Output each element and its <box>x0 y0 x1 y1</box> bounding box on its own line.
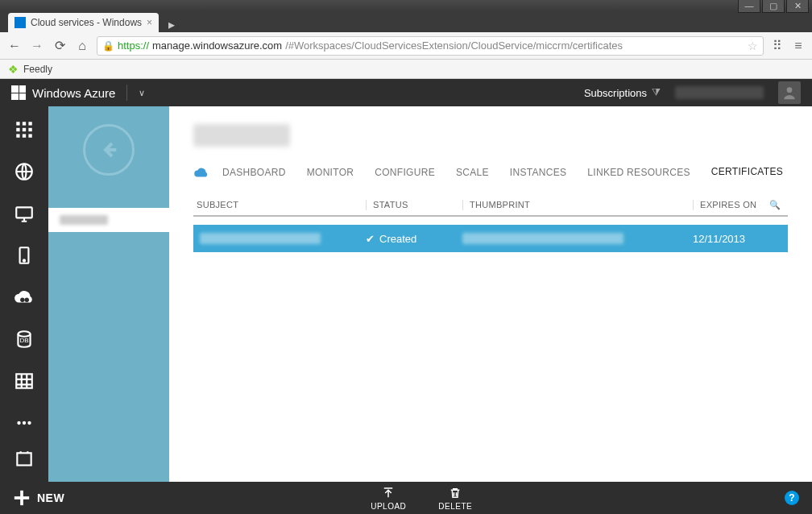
svg-rect-23 <box>14 496 29 499</box>
extensions-icon[interactable]: ⠿ <box>770 39 785 53</box>
back-circle-button[interactable] <box>83 124 135 176</box>
cell-subject <box>200 233 321 244</box>
service-list-item[interactable] <box>48 208 169 232</box>
url-host: manage.windowsazure.com <box>152 39 282 52</box>
tab-close-icon[interactable]: × <box>147 17 152 28</box>
svg-rect-1 <box>16 122 19 125</box>
nav-sql-databases-icon[interactable]: DB <box>12 327 36 351</box>
service-list-panel <box>48 106 169 482</box>
address-bar[interactable]: 🔒 https://manage.windowsazure.com/#Works… <box>97 36 764 56</box>
nav-hdinsight-icon[interactable] <box>12 411 36 435</box>
svg-point-20 <box>27 421 31 425</box>
command-bar: NEW UPLOAD DELETE ? <box>0 482 812 514</box>
url-path: /#Workspaces/CloudServicesExtension/Clou… <box>285 39 623 52</box>
svg-rect-5 <box>23 128 26 131</box>
tab-certificates[interactable]: CERTIFICATES <box>711 161 783 184</box>
nav-mobile-services-icon[interactable] <box>12 243 36 267</box>
header-dropdown-icon[interactable]: ∨ <box>139 88 145 98</box>
tab-title: Cloud services - Windows <box>31 17 142 28</box>
svg-rect-7 <box>16 134 19 137</box>
azure-logo[interactable]: Windows Azure <box>11 85 115 100</box>
service-title <box>193 121 788 150</box>
cloud-icon <box>193 165 209 180</box>
svg-point-19 <box>23 421 26 425</box>
new-button[interactable]: NEW <box>13 489 64 507</box>
svg-point-13 <box>23 259 25 261</box>
header-divider <box>126 85 127 101</box>
header-search-icon[interactable]: 🔍 <box>765 200 785 210</box>
help-button[interactable]: ? <box>785 491 799 505</box>
new-label: NEW <box>37 491 64 504</box>
table-row[interactable]: ✔ Created 12/11/2013 <box>193 225 788 252</box>
window-maximize-button[interactable]: ▢ <box>762 0 785 13</box>
lock-icon: 🔒 <box>102 40 114 52</box>
bookmarks-bar: ❖ Feedly <box>0 60 812 79</box>
header-expires[interactable]: EXPIRES ON <box>693 200 765 210</box>
cell-status: Created <box>379 233 416 245</box>
subscriptions-label: Subscriptions <box>584 87 647 99</box>
delete-label: DELETE <box>438 502 472 511</box>
main-content: DASHBOARD MONITOR CONFIGURE SCALE INSTAN… <box>169 106 812 482</box>
user-email[interactable] <box>675 86 764 99</box>
tab-dashboard[interactable]: DASHBOARD <box>222 162 286 183</box>
header-status[interactable]: STATUS <box>366 200 462 210</box>
delete-button[interactable]: DELETE <box>438 486 472 511</box>
left-nav-rail: DB <box>0 106 48 482</box>
bookmark-star-icon[interactable]: ☆ <box>748 39 758 52</box>
svg-point-18 <box>17 421 20 425</box>
feedly-icon: ❖ <box>8 63 19 76</box>
service-name <box>60 215 108 225</box>
new-tab-button[interactable]: ▸ <box>162 16 181 32</box>
nav-cloud-services-icon[interactable] <box>12 285 36 309</box>
svg-rect-3 <box>28 122 31 125</box>
nav-all-items-icon[interactable] <box>12 118 36 142</box>
certificates-table: SUBJECT STATUS THUMBPRINT EXPIRES ON 🔍 ✔… <box>193 195 788 252</box>
header-thumbprint[interactable]: THUMBPRINT <box>462 200 693 210</box>
upload-label: UPLOAD <box>371 502 406 511</box>
tab-scale[interactable]: SCALE <box>456 162 489 183</box>
tab-instances[interactable]: INSTANCES <box>510 162 567 183</box>
nav-virtual-machines-icon[interactable] <box>12 201 36 226</box>
window-close-button[interactable]: ✕ <box>786 0 809 13</box>
avatar[interactable] <box>778 81 801 104</box>
svg-point-15 <box>25 298 29 302</box>
service-tabs: DASHBOARD MONITOR CONFIGURE SCALE INSTAN… <box>193 161 788 184</box>
forward-button[interactable]: → <box>29 38 45 54</box>
cell-expires: 12/11/2013 <box>693 233 765 245</box>
tab-monitor[interactable]: MONITOR <box>307 162 354 183</box>
reload-button[interactable]: ⟳ <box>52 38 68 54</box>
header-subject[interactable]: SUBJECT <box>197 200 366 210</box>
tab-favicon <box>14 17 26 28</box>
cell-thumbprint <box>462 233 624 244</box>
window-titlebar: — ▢ ✕ <box>0 0 812 11</box>
back-button[interactable]: ← <box>6 38 23 54</box>
nav-storage-icon[interactable] <box>12 369 36 393</box>
azure-header: Windows Azure ∨ Subscriptions ⧩ <box>0 79 812 106</box>
upload-button[interactable]: UPLOAD <box>371 486 406 511</box>
filter-icon: ⧩ <box>652 86 661 99</box>
url-protocol: https:// <box>118 39 149 52</box>
svg-point-14 <box>20 298 24 302</box>
svg-rect-17 <box>16 374 32 388</box>
home-button[interactable]: ⌂ <box>74 38 90 54</box>
svg-rect-4 <box>16 128 19 131</box>
svg-rect-6 <box>28 128 31 131</box>
nav-websites-icon[interactable] <box>12 160 36 184</box>
subscriptions-button[interactable]: Subscriptions ⧩ <box>584 86 661 99</box>
chrome-menu-icon[interactable]: ≡ <box>791 39 806 53</box>
nav-more-icon[interactable] <box>12 448 36 472</box>
tab-configure[interactable]: CONFIGURE <box>375 162 435 183</box>
bookmark-feedly[interactable]: Feedly <box>23 64 52 75</box>
svg-rect-11 <box>16 207 32 218</box>
svg-rect-21 <box>17 453 31 465</box>
svg-point-0 <box>787 87 793 93</box>
browser-toolbar: ← → ⟳ ⌂ 🔒 https://manage.windowsazure.co… <box>0 32 812 60</box>
browser-tab[interactable]: Cloud services - Windows × <box>8 13 159 32</box>
windows-icon <box>11 85 26 100</box>
svg-rect-8 <box>23 134 26 137</box>
tab-linked-resources[interactable]: LINKED RESOURCES <box>587 162 690 183</box>
svg-rect-9 <box>28 134 31 137</box>
brand-text: Windows Azure <box>32 86 115 100</box>
window-minimize-button[interactable]: — <box>738 0 760 13</box>
svg-rect-2 <box>23 122 26 125</box>
